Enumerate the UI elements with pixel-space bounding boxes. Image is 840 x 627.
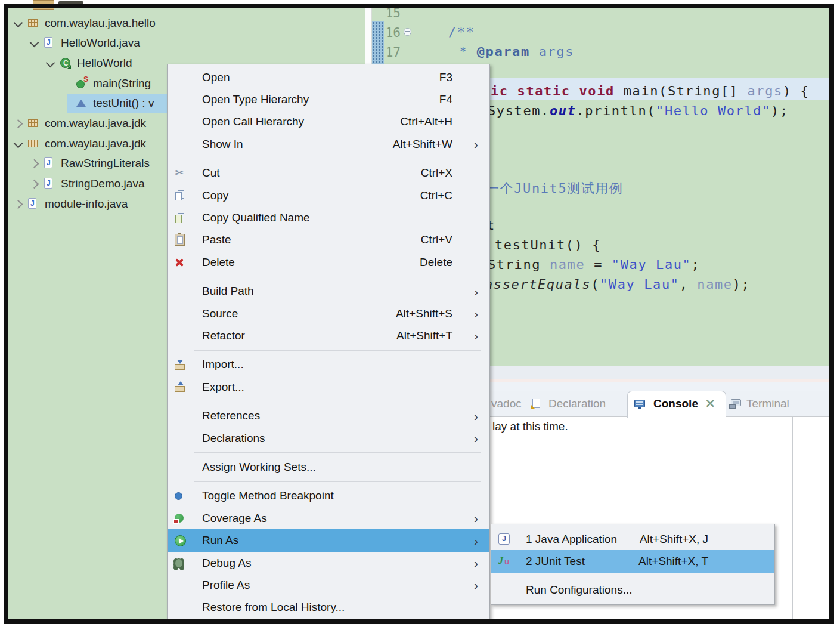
menu-icon-cell — [168, 258, 202, 267]
menu-icon-cell — [168, 234, 202, 246]
menu-item-profile-as[interactable]: Profile As› — [168, 574, 489, 596]
code-token: /** — [448, 24, 475, 39]
menu-item-run-as[interactable]: Run As› — [168, 529, 489, 551]
close-icon[interactable]: × — [705, 396, 715, 410]
tree-item-label: RawStringLiterals — [61, 153, 150, 173]
menu-item-label: Show In — [202, 138, 393, 151]
code-token: @param — [477, 44, 530, 59]
code-token: name — [697, 277, 732, 292]
menu-item-2-junit-test[interactable]: 2 JUnit TestAlt+Shift+X, T — [491, 550, 774, 572]
code-line: ic static void main(String[] args) { — [491, 83, 809, 99]
chevron-down-icon[interactable] — [14, 139, 23, 149]
menu-item-assign-working-sets[interactable]: Assign Working Sets... — [168, 456, 489, 478]
menu-item-label: Open Type Hierarchy — [202, 93, 439, 106]
context-menu: OpenF3Open Type HierarchyF4Open Call Hie… — [167, 64, 490, 620]
code-token: * — [459, 44, 477, 59]
code-line: String name = "Way Lau"; — [488, 257, 700, 273]
menu-item-copy[interactable]: CopyCtrl+C — [168, 184, 489, 206]
menu-item-debug-as[interactable]: Debug As› — [168, 552, 489, 574]
menu-item-label: Assign Working Sets... — [202, 461, 452, 474]
screenshot-border-top — [4, 4, 833, 8]
menu-item-label: Cut — [202, 166, 421, 180]
menu-item-show-in[interactable]: Show InAlt+Shift+W› — [168, 133, 489, 155]
menu-item-open[interactable]: OpenF3 — [168, 66, 489, 88]
menu-icon-cell — [168, 558, 202, 568]
breakpoint-icon — [175, 492, 182, 500]
code-token: .println( — [576, 103, 656, 118]
menu-item-1-java-application[interactable]: 1 Java ApplicationAlt+Shift+X, J — [491, 528, 774, 550]
menu-item-toggle-method-breakpoint[interactable]: Toggle Method Breakpoint — [168, 485, 489, 507]
terminal-icon — [731, 399, 741, 406]
chevron-right-icon[interactable] — [14, 119, 23, 129]
package-icon — [28, 119, 38, 127]
menu-item-run-configurations[interactable]: Run Configurations... — [491, 579, 774, 601]
chevron-down-icon[interactable] — [14, 18, 23, 28]
chevron-right-icon[interactable] — [30, 180, 39, 189]
junit-icon — [498, 557, 510, 567]
menu-item-delete[interactable]: DeleteDelete — [168, 251, 489, 273]
menu-item-accelerator: F4 — [439, 93, 452, 106]
menu-item-build-path[interactable]: Build Path› — [168, 280, 489, 302]
code-token: out — [550, 103, 576, 118]
coverage-icon — [175, 514, 184, 523]
menu-item-open-call-hierarchy[interactable]: Open Call HierarchyCtrl+Alt+H — [168, 111, 489, 133]
fold-collapse-icon[interactable] — [404, 28, 411, 36]
chevron-down-icon[interactable] — [30, 38, 39, 48]
menu-item-accelerator: Alt+Shift+S — [396, 307, 452, 320]
menu-item-references[interactable]: References› — [168, 404, 489, 427]
package-icon — [28, 19, 38, 27]
static-method-icon — [76, 76, 88, 89]
menu-item-label: Debug As — [202, 557, 452, 570]
chevron-down-icon[interactable] — [46, 58, 55, 68]
menu-item-copy-qualified-name[interactable]: Copy Qualified Name — [168, 206, 489, 228]
import-icon — [175, 360, 185, 370]
code-token: assertEquals — [485, 277, 591, 292]
menu-item-accelerator: Ctrl+Alt+H — [400, 115, 452, 128]
menu-item-declarations[interactable]: Declarations› — [168, 427, 489, 449]
menu-item-label: Coverage As — [202, 512, 452, 525]
code-token: main(String[] — [615, 84, 748, 98]
debug-icon — [175, 558, 183, 568]
chevron-right-icon[interactable] — [30, 159, 39, 169]
menu-separator — [517, 576, 766, 576]
chevron-right-icon[interactable] — [14, 200, 23, 209]
copy-qualified-icon — [175, 213, 185, 223]
cut-icon: ✂ — [175, 167, 187, 179]
menu-item-paste[interactable]: PasteCtrl+V — [168, 229, 489, 251]
menu-item-import[interactable]: Import... — [168, 354, 489, 376]
console-message: lay at this time. — [492, 420, 568, 433]
menu-item-open-type-hierarchy[interactable]: Open Type HierarchyF4 — [168, 88, 489, 110]
code-token: 一个JUnit5测试用例 — [486, 181, 624, 196]
default-method-icon — [76, 100, 86, 107]
menu-item-cut[interactable]: ✂CutCtrl+X — [168, 162, 489, 184]
tree-row[interactable]: com.waylau.java.hello — [0, 13, 364, 33]
tree-item-label: com.waylau.java.hello — [45, 13, 156, 33]
menu-item-label: Refactor — [202, 329, 396, 342]
tree-row[interactable]: HelloWorld.java — [0, 33, 364, 52]
menu-item-label: Build Path — [202, 285, 452, 298]
copy-icon — [175, 190, 185, 200]
menu-item-export[interactable]: Export... — [168, 376, 489, 398]
menu-item-refactor[interactable]: RefactorAlt+Shift+T› — [168, 325, 489, 347]
menu-item-label: 2 JUnit Test — [526, 555, 638, 568]
menu-item-label: Copy Qualified Name — [202, 211, 452, 224]
tab-label: Terminal — [746, 397, 789, 410]
submenu-arrow-icon: › — [474, 512, 489, 524]
code-token: ) { — [783, 84, 810, 98]
code-line: assertEquals("Way Lau", name); — [485, 276, 750, 292]
code-token: ); — [733, 277, 751, 292]
menu-item-accelerator: Ctrl+V — [421, 233, 452, 246]
console-scroll-divider — [792, 417, 793, 621]
menu-item-accelerator: Alt+Shift+T — [396, 329, 452, 342]
menu-item-restore-from-local-history[interactable]: Restore from Local History... — [168, 597, 489, 619]
menu-item-source[interactable]: SourceAlt+Shift+S› — [168, 302, 489, 325]
menu-item-label: Import... — [202, 358, 452, 371]
menu-item-label: Restore from Local History... — [202, 601, 452, 614]
menu-item-accelerator: Alt+Shift+X, J — [640, 533, 708, 546]
run-as-submenu: 1 Java ApplicationAlt+Shift+X, J2 JUnit … — [491, 524, 775, 605]
menu-item-coverage-as[interactable]: Coverage As› — [168, 507, 489, 529]
menu-item-label: Source — [202, 307, 396, 320]
menu-item-label: Delete — [202, 256, 420, 269]
line-number: 17 — [368, 45, 401, 60]
tree-item-label: main(String — [93, 73, 151, 93]
